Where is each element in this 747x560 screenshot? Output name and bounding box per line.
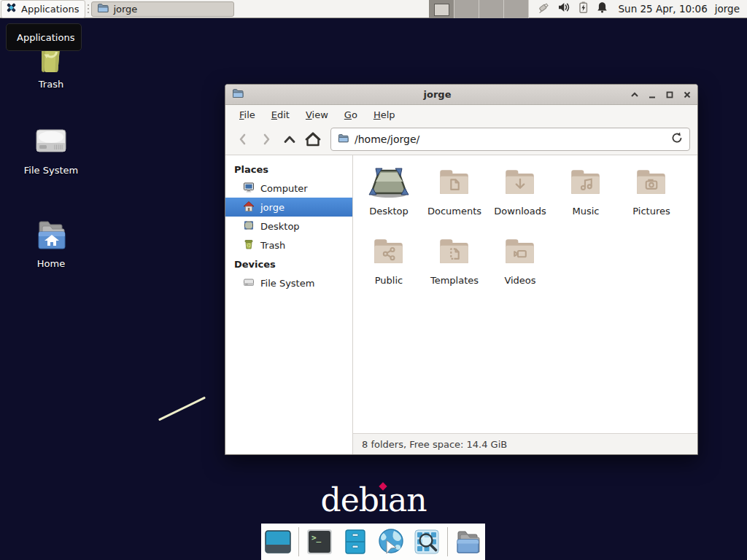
forward-button[interactable] [256,129,276,149]
application-finder-launcher[interactable] [411,526,442,557]
sidebar: Places Computer [225,155,353,454]
top-panel: Applications jorge [0,0,747,18]
workspace-1[interactable] [430,0,454,18]
folder-desktop[interactable]: Desktop [356,164,422,233]
desktop-icon-file-system[interactable]: File System [16,122,86,176]
home-folder-icon [32,217,70,255]
sidebar-item-file-system[interactable]: File System [225,273,352,292]
svg-text:>_: >_ [311,533,322,542]
drive-mini-icon [243,276,255,290]
sidebar-item-label: jorge [260,202,285,213]
applications-menu-label: Applications [21,4,79,15]
titlebar[interactable]: jorge [225,85,697,105]
panel-handle[interactable] [85,1,91,18]
stray-line-artifact [158,397,206,421]
minimize-button[interactable] [648,90,657,99]
back-button[interactable] [233,129,253,149]
folder-public[interactable]: Public [356,233,422,303]
workspace-switcher[interactable] [429,0,529,18]
panel-username[interactable]: jorge [712,3,747,15]
menu-file[interactable]: File [233,106,262,123]
location-bar[interactable]: /home/jorge/ [330,128,690,151]
folder-music[interactable]: Music [553,164,619,233]
folder-downloads[interactable]: Downloads [487,164,553,233]
folder-label: Videos [504,275,535,286]
home-icon [243,201,255,214]
sidebar-item-label: File System [260,278,314,289]
sidebar-item-computer[interactable]: Computer [225,179,352,198]
folder-label: Music [573,206,600,217]
desktop-icon-label: Trash [39,79,63,90]
folder-label: Downloads [494,206,546,217]
templates-folder-icon [436,233,473,273]
downloads-folder-icon [502,164,538,203]
folder-label: Pictures [632,206,670,217]
maximize-button[interactable] [665,90,674,99]
workspace-4[interactable] [504,0,529,18]
workspace-window-preview [434,4,449,16]
hard-drive-icon [33,122,69,162]
file-manager-window: jorge File Edit View Go Help [225,84,698,455]
bottom-dock: >_ [261,524,485,560]
sidebar-item-label: Desktop [260,221,300,232]
panel-clock[interactable]: Sun 25 Apr, 10:06 [614,3,712,15]
trash-mini-icon [243,238,255,252]
desktop-mini-icon [243,219,255,233]
taskbar-folder-icon [97,2,109,16]
folder-label: Desktop [369,206,409,217]
workspace-2[interactable] [454,0,479,18]
network-cable-icon[interactable] [536,1,551,18]
sidebar-item-label: Computer [260,183,308,194]
volume-icon[interactable] [557,1,570,17]
terminal-launcher[interactable]: >_ [304,526,335,557]
menubar: File Edit View Go Help [225,105,697,124]
menu-edit[interactable]: Edit [265,106,296,123]
menu-view[interactable]: View [299,106,335,123]
menu-go[interactable]: Go [338,106,364,123]
taskbar-window-button[interactable]: jorge [91,1,234,17]
folder-templates[interactable]: Templates [422,233,487,303]
home-button[interactable] [303,129,323,149]
up-button[interactable] [279,129,300,149]
show-desktop-button[interactable] [263,526,293,557]
statusbar: 8 folders, Free space: 14.4 GiB [353,433,697,454]
dock-separator [447,527,448,556]
sidebar-item-jorge[interactable]: jorge [225,198,352,217]
sidebar-header-places: Places [225,160,352,179]
path-folder-icon [337,133,349,147]
notifications-bell-icon[interactable] [596,1,608,17]
close-button[interactable] [683,90,692,99]
videos-folder-icon [502,233,538,273]
file-manager-launcher[interactable] [340,526,371,557]
music-folder-icon [568,164,604,203]
menu-help[interactable]: Help [367,106,402,123]
folder-label: Public [375,275,403,286]
sidebar-item-trash[interactable]: Trash [225,236,352,254]
web-browser-launcher[interactable] [376,526,406,557]
debian-wordmark: debıan [0,481,747,518]
sidebar-item-label: Trash [260,240,285,251]
public-folder-icon [371,233,407,273]
workspace-3[interactable] [479,0,504,18]
folder-documents[interactable]: Documents [422,164,487,233]
path-text[interactable]: /home/jorge/ [355,133,665,145]
xfce-applications-icon [5,1,18,16]
directory-menu-button[interactable] [453,526,484,557]
statusbar-text: 8 folders, Free space: 14.4 GiB [362,439,507,450]
tooltip-text: Applications [17,32,74,43]
desktop-icon-label: Home [37,258,65,269]
applications-tooltip: Applications [6,23,82,51]
file-grid: Desktop Documents [353,155,697,433]
sidebar-item-desktop[interactable]: Desktop [225,217,352,236]
battery-charging-icon[interactable] [577,1,589,17]
taskbar-window-label: jorge [113,4,137,15]
reload-icon[interactable] [670,131,684,147]
pictures-folder-icon [633,164,670,203]
desktop-icon-home[interactable]: Home [16,217,86,269]
applications-menu-button[interactable]: Applications [1,0,85,18]
shade-button[interactable] [630,90,639,99]
computer-icon [243,182,255,195]
folder-pictures[interactable]: Pictures [619,164,684,233]
folder-label: Templates [430,275,479,286]
folder-videos[interactable]: Videos [487,233,553,303]
